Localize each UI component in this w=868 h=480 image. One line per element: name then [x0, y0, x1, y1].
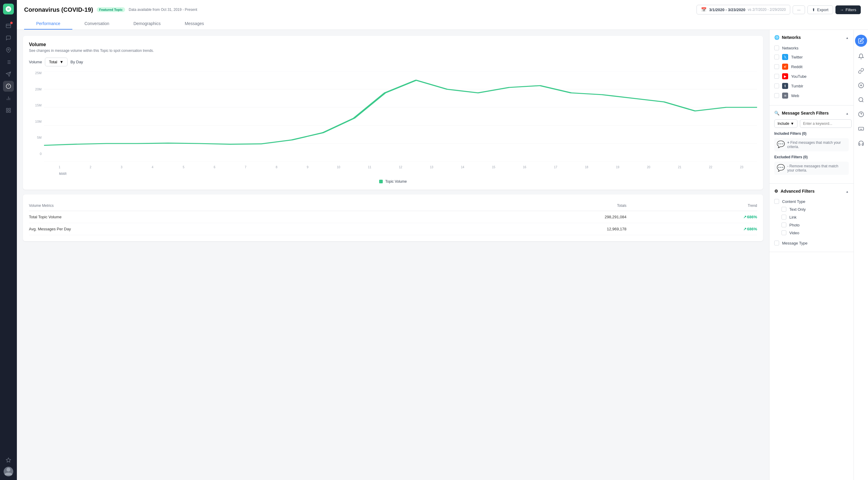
main-panel: Volume See changes in message volume wit…: [17, 30, 769, 480]
page-title: Coronavirus (COVID-19): [24, 6, 93, 13]
message-search-collapse-button[interactable]: [846, 110, 849, 116]
edge-icon-edit[interactable]: [855, 35, 867, 47]
x-label-17: 17: [540, 166, 571, 169]
page-header: Coronavirus (COVID-19) Featured Topic Da…: [17, 0, 868, 30]
nav-icon-star[interactable]: [3, 455, 14, 466]
nav-icon-bar-chart[interactable]: [3, 93, 14, 104]
main-content: Coronavirus (COVID-19) Featured Topic Da…: [17, 0, 868, 480]
network-label-networks: Networks: [782, 46, 798, 50]
nav-icon-apps[interactable]: [3, 105, 14, 116]
nav-icon-chat[interactable]: [3, 33, 14, 43]
edge-icon-headset[interactable]: [856, 139, 866, 148]
filter-item-text-only[interactable]: Text Only: [774, 205, 849, 213]
networks-collapse-button[interactable]: [846, 35, 849, 40]
user-avatar[interactable]: [4, 467, 13, 476]
x-label-9: 9: [292, 166, 323, 169]
included-filters-label: Included Filters (0): [774, 131, 849, 136]
network-checkbox-networks[interactable]: [774, 46, 779, 50]
network-item-web[interactable]: ≋ Web: [774, 91, 849, 100]
right-edge-panel: [854, 30, 868, 480]
message-type-header-item: Message Type: [774, 239, 849, 247]
svg-rect-16: [6, 108, 8, 110]
by-day-label: By Day: [70, 60, 83, 64]
network-item-networks[interactable]: Networks: [774, 44, 849, 52]
network-checkbox-youtube[interactable]: [774, 74, 779, 79]
volume-type-select[interactable]: Total ▼: [45, 58, 67, 66]
x-label-15: 15: [478, 166, 509, 169]
advanced-filters-collapse-button[interactable]: [846, 188, 849, 194]
volume-card: Volume See changes in message volume wit…: [23, 36, 763, 190]
date-range-button[interactable]: 📅 3/1/2020 - 3/23/2020 vs 2/7/2020 - 2/2…: [696, 5, 790, 14]
metric-trend-2: ↗686%: [627, 223, 757, 235]
content-type-checkbox[interactable]: [774, 199, 779, 204]
legend-dot-topic-volume: [379, 180, 383, 183]
filters-icon: →: [840, 7, 844, 12]
speech-bubble-icon: 💬: [777, 141, 785, 148]
network-item-reddit[interactable]: r/ Reddit: [774, 62, 849, 71]
x-label-22: 22: [695, 166, 726, 169]
network-item-tumblr[interactable]: t Tumblr: [774, 81, 849, 91]
export-button[interactable]: ⬆ Export: [807, 5, 833, 14]
x-month-label: MAR: [59, 172, 67, 176]
text-only-label: Text Only: [789, 207, 806, 212]
metric-name-2: Avg. Messages Per Day: [29, 223, 422, 235]
edge-icon-plus[interactable]: [856, 81, 866, 90]
photo-checkbox[interactable]: [781, 222, 786, 227]
tab-conversation[interactable]: Conversation: [72, 18, 121, 30]
nav-icon-list[interactable]: [3, 57, 14, 67]
x-label-1: 1: [44, 166, 75, 169]
metrics-table: Volume Metrics Totals Trend Total Topic …: [29, 201, 757, 235]
tumblr-icon: t: [782, 83, 788, 89]
message-type-checkbox[interactable]: [774, 241, 779, 245]
chevron-down-icon: ▼: [790, 121, 794, 126]
video-checkbox[interactable]: [781, 230, 786, 235]
nav-icon-send[interactable]: [3, 69, 14, 80]
nav-icon-pin[interactable]: [3, 44, 14, 56]
edge-icon-search[interactable]: [856, 95, 866, 104]
app-logo[interactable]: [3, 4, 14, 14]
edge-icon-link[interactable]: [856, 66, 866, 76]
text-only-checkbox[interactable]: [781, 207, 786, 212]
nav-icon-analytics[interactable]: [3, 81, 14, 92]
network-checkbox-twitter[interactable]: [774, 55, 779, 59]
edge-icon-help[interactable]: [856, 110, 866, 119]
svg-rect-19: [6, 111, 8, 113]
edge-icon-keyboard[interactable]: [856, 124, 866, 133]
nav-icon-inbox[interactable]: [3, 21, 14, 31]
video-label: Video: [789, 231, 799, 235]
network-item-youtube[interactable]: ▶ YouTube: [774, 71, 849, 81]
filter-item-photo[interactable]: Photo: [774, 221, 849, 229]
tab-performance[interactable]: Performance: [24, 18, 72, 30]
volume-label: Volume: [29, 60, 42, 64]
svg-rect-34: [858, 127, 864, 130]
content-type-label: Content Type: [782, 199, 805, 204]
filter-item-link[interactable]: Link: [774, 213, 849, 221]
network-checkbox-web[interactable]: [774, 93, 779, 98]
keyword-input[interactable]: [800, 119, 852, 128]
filters-button[interactable]: → Filters: [835, 5, 861, 14]
y-label-15m: 15M: [35, 103, 41, 107]
volume-type-value: Total: [49, 60, 57, 64]
x-label-12: 12: [385, 166, 416, 169]
volume-controls: Volume Total ▼ By Day: [29, 58, 757, 66]
x-label-4: 4: [137, 166, 168, 169]
tab-demographics[interactable]: Demographics: [121, 18, 173, 30]
networks-section: 🌐 Networks Networks 𝕏 Twitter r/: [770, 30, 854, 106]
advanced-filters-section: ⚙ Advanced Filters Content Type Text Onl…: [770, 184, 854, 252]
search-filter-row: Include ▼: [774, 119, 849, 128]
link-checkbox[interactable]: [781, 215, 786, 219]
edge-icon-bell[interactable]: [856, 52, 866, 61]
network-item-twitter[interactable]: 𝕏 Twitter: [774, 52, 849, 62]
x-label-14: 14: [447, 166, 478, 169]
message-search-section: 🔍 Message Search Filters Include ▼ Inclu…: [770, 106, 854, 184]
filter-item-video[interactable]: Video: [774, 229, 849, 237]
col-totals: Totals: [422, 201, 627, 211]
twitter-icon: 𝕏: [782, 54, 788, 60]
network-checkbox-tumblr[interactable]: [774, 84, 779, 88]
tab-messages[interactable]: Messages: [173, 18, 216, 30]
networks-section-title: 🌐 Networks: [774, 35, 801, 40]
network-checkbox-reddit[interactable]: [774, 64, 779, 69]
include-select[interactable]: Include ▼: [774, 119, 798, 128]
network-label-twitter: Twitter: [791, 55, 803, 59]
more-options-button[interactable]: ···: [793, 5, 805, 14]
